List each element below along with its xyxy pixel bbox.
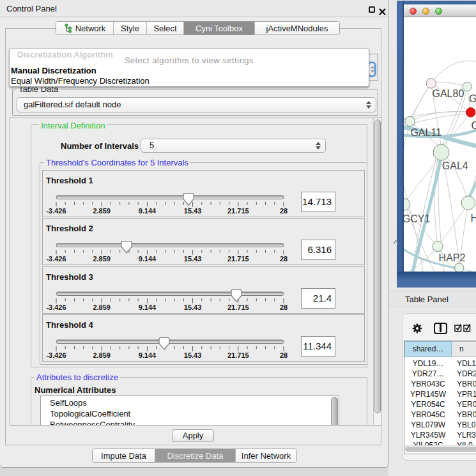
svg-text:-3.426: -3.426 <box>46 351 66 359</box>
svg-text:21.715: 21.715 <box>227 303 249 311</box>
svg-text:GCY1: GCY1 <box>404 213 430 224</box>
svg-text:GAL11: GAL11 <box>410 127 441 138</box>
svg-text:15.43: 15.43 <box>184 207 202 215</box>
svg-text:-3.426: -3.426 <box>46 303 66 311</box>
svg-text:2.859: 2.859 <box>93 303 111 311</box>
svg-text:2.859: 2.859 <box>93 207 111 215</box>
svg-text:-3.426: -3.426 <box>46 255 66 263</box>
svg-text:28: 28 <box>280 351 288 359</box>
svg-text:9.144: 9.144 <box>139 351 157 359</box>
svg-text:GAL80: GAL80 <box>433 88 464 99</box>
svg-text:21.715: 21.715 <box>227 207 249 215</box>
svg-text:28: 28 <box>280 303 288 311</box>
svg-text:9.144: 9.144 <box>139 255 157 263</box>
svg-text:H: H <box>471 213 476 224</box>
svg-text:HAP2: HAP2 <box>439 252 466 263</box>
svg-text:9.144: 9.144 <box>139 303 157 311</box>
svg-text:-3.426: -3.426 <box>46 207 66 215</box>
svg-text:15.43: 15.43 <box>184 255 202 263</box>
svg-text:2.859: 2.859 <box>93 255 111 263</box>
svg-text:15.43: 15.43 <box>184 351 202 359</box>
svg-text:9.144: 9.144 <box>139 207 157 215</box>
svg-text:21.715: 21.715 <box>227 255 249 263</box>
svg-text:GA: GA <box>469 93 476 104</box>
svg-text:2.859: 2.859 <box>93 351 111 359</box>
svg-text:28: 28 <box>280 255 288 263</box>
svg-text:28: 28 <box>280 207 288 215</box>
svg-text:C: C <box>472 120 476 131</box>
svg-text:GAL4: GAL4 <box>442 160 468 171</box>
svg-text:15.43: 15.43 <box>184 303 202 311</box>
svg-text:21.715: 21.715 <box>227 351 249 359</box>
